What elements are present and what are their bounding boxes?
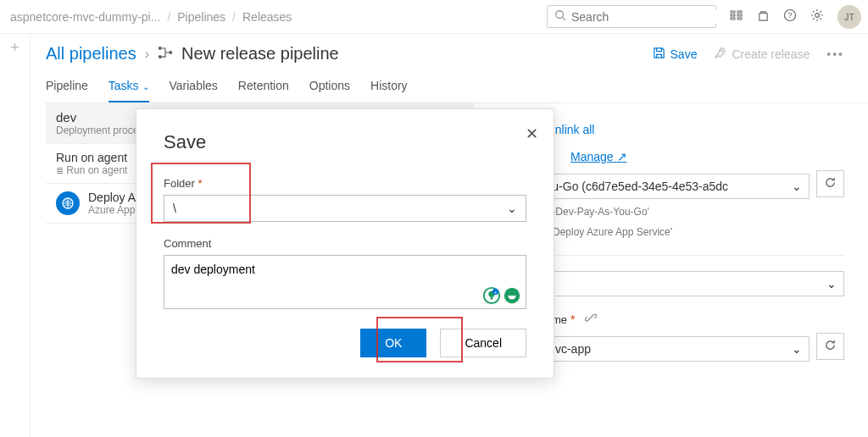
chevron-down-icon: ⌄ — [792, 180, 802, 193]
agent-icon: ≣ — [56, 165, 64, 175]
breadcrumb-sep: / — [167, 10, 170, 24]
search-box[interactable] — [547, 5, 716, 28]
refresh-button[interactable] — [816, 333, 844, 360]
svg-rect-21 — [491, 297, 493, 300]
topbar-actions: ? JT — [730, 5, 861, 29]
svg-rect-7 — [737, 18, 742, 19]
search-icon — [554, 9, 566, 24]
folder-dropdown[interactable]: \ ⌄ — [164, 195, 526, 222]
comment-textarea[interactable] — [164, 255, 526, 309]
task-title: Run on agent — [56, 151, 127, 164]
chevron-down-icon: ⌄ — [826, 277, 837, 290]
required-indicator: * — [567, 313, 575, 326]
svg-rect-3 — [731, 14, 735, 16]
help-icon[interactable]: ? — [783, 8, 797, 25]
svg-point-10 — [815, 14, 820, 18]
tab-retention[interactable]: Retention — [238, 79, 289, 102]
tab-options[interactable]: Options — [309, 79, 350, 102]
chevron-right-icon: › — [145, 47, 149, 62]
close-icon[interactable]: ✕ — [526, 124, 538, 143]
svg-text:+: + — [494, 290, 497, 295]
pipeline-title[interactable]: New release pipeline — [181, 44, 339, 64]
breadcrumb-project[interactable]: aspnetcore-mvc-dummy-pi... — [10, 10, 160, 24]
left-rail: + — [0, 34, 31, 437]
link-icon — [585, 313, 597, 326]
dialog-title: Save — [164, 131, 526, 153]
marketplace-icon[interactable] — [757, 9, 770, 25]
refresh-button[interactable] — [816, 170, 844, 197]
svg-point-14 — [721, 50, 723, 52]
svg-rect-5 — [737, 11, 742, 13]
save-button-label: Save — [670, 47, 698, 61]
save-icon — [653, 47, 665, 62]
save-dialog: ✕ Save Folder * \ ⌄ Comment OK Cancel + — [136, 108, 554, 379]
folder-value: \ — [173, 202, 176, 215]
external-link-icon: ↗ — [617, 150, 627, 163]
tab-variables[interactable]: Variables — [170, 79, 218, 102]
task-sub: ≣ Run on agent — [56, 164, 127, 176]
svg-rect-2 — [731, 11, 735, 13]
create-release-label: Create release — [732, 47, 810, 61]
tab-tasks[interactable]: Tasks ⌄ — [108, 79, 149, 102]
svg-rect-6 — [737, 14, 742, 16]
avatar[interactable]: JT — [837, 5, 861, 29]
required-indicator: * — [198, 177, 202, 190]
chevron-down-icon: ⌄ — [142, 82, 149, 91]
top-bar: aspnetcore-mvc-dummy-pi... / Pipelines /… — [0, 0, 868, 34]
manage-link[interactable]: Manage ↗ — [570, 150, 626, 163]
breadcrumb-releases[interactable]: Releases — [242, 10, 292, 24]
search-input[interactable] — [571, 10, 720, 24]
create-release-button: Create release — [714, 47, 810, 62]
folder-label: Folder * — [164, 177, 526, 190]
azure-app-service-icon — [56, 191, 80, 215]
breadcrumb: aspnetcore-mvc-dummy-pi... / Pipelines /… — [7, 10, 295, 24]
work-items-icon[interactable] — [730, 8, 743, 25]
breadcrumb-pipelines[interactable]: Pipelines — [177, 10, 225, 24]
comment-label: Comment — [164, 237, 526, 250]
breadcrumb-sep: / — [232, 10, 236, 24]
tab-pipeline[interactable]: Pipeline — [46, 79, 88, 102]
svg-rect-4 — [731, 18, 735, 19]
pipeline-icon — [158, 45, 173, 64]
svg-rect-12 — [159, 55, 161, 58]
svg-rect-11 — [159, 47, 161, 49]
all-pipelines-link[interactable]: All pipelines — [46, 44, 136, 64]
rocket-icon — [714, 47, 726, 62]
cancel-button[interactable]: Cancel — [440, 329, 526, 357]
page-header: All pipelines › New release pipeline Sav… — [46, 44, 868, 64]
svg-line-1 — [563, 18, 566, 21]
add-icon[interactable]: + — [10, 39, 19, 437]
tab-history[interactable]: History — [370, 79, 408, 102]
svg-point-0 — [556, 11, 564, 19]
settings-icon[interactable] — [810, 8, 824, 25]
svg-rect-13 — [170, 51, 172, 53]
save-button[interactable]: Save — [653, 47, 698, 62]
more-actions-icon[interactable]: ••• — [826, 47, 844, 61]
feedback-widget[interactable]: + — [482, 286, 521, 305]
chevron-down-icon: ⌄ — [507, 202, 517, 215]
svg-text:?: ? — [787, 11, 792, 19]
tabs: Pipeline Tasks ⌄ Variables Retention Opt… — [46, 79, 868, 103]
avatar-initials: JT — [844, 12, 854, 22]
chevron-down-icon: ⌄ — [792, 342, 802, 356]
ok-button[interactable]: OK — [360, 329, 426, 357]
